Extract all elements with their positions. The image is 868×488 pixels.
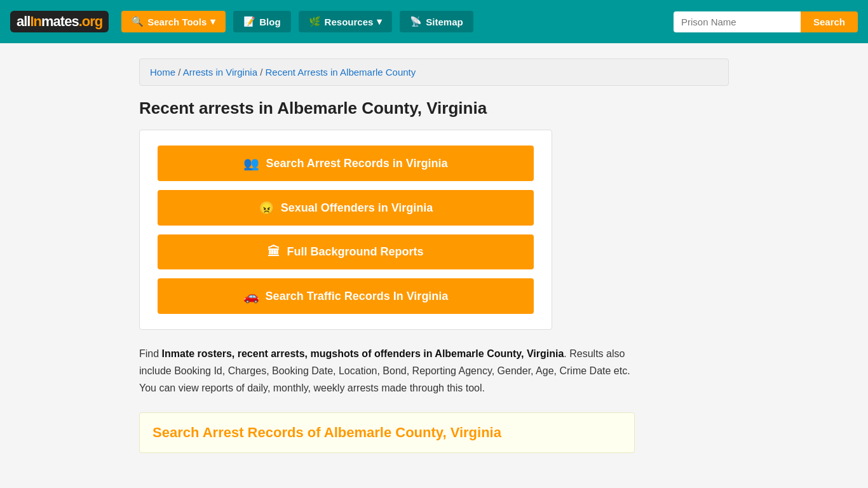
search-tools-label: Search Tools [147, 17, 207, 27]
search-tools-button[interactable]: 🔍 Search Tools ▾ [121, 11, 226, 32]
logo-in: In [30, 13, 41, 30]
resources-label: Resources [325, 17, 374, 27]
main-content: Home / Arrests in Virginia / Recent Arre… [129, 43, 739, 468]
background-reports-button[interactable]: 🏛 Full Background Reports [158, 234, 534, 269]
traffic-records-label: Search Traffic Records In Virginia [266, 290, 449, 303]
breadcrumb: Home / Arrests in Virginia / Recent Arre… [139, 58, 729, 86]
car-icon: 🚗 [243, 288, 259, 304]
breadcrumb-sep-1: / [178, 67, 183, 78]
sitemap-icon: 📡 [410, 16, 422, 27]
section-box-title: Search Arrest Records of Albemarle Count… [153, 424, 621, 441]
offender-icon: 😠 [259, 200, 275, 215]
breadcrumb-sep-2: / [260, 67, 265, 78]
resources-button[interactable]: 🌿 Resources ▾ [299, 11, 393, 32]
logo-all: all [17, 13, 30, 30]
navbar-search: Search [674, 11, 858, 32]
navbar-search-label: Search [813, 17, 845, 27]
prison-name-input[interactable] [674, 11, 801, 32]
button-panel: 👥 Search Arrest Records in Virginia 😠 Se… [139, 130, 552, 330]
background-reports-label: Full Background Reports [287, 245, 423, 259]
search-tools-icon: 🔍 [132, 16, 144, 27]
blog-label: Blog [259, 17, 280, 27]
people-icon: 👥 [243, 156, 259, 171]
logo-org: .org [79, 13, 103, 30]
breadcrumb-home[interactable]: Home [150, 67, 175, 78]
chevron-down-icon-2: ▾ [377, 16, 382, 27]
sitemap-label: Sitemap [426, 17, 463, 27]
section-box: Search Arrest Records of Albemarle Count… [139, 412, 635, 453]
blog-button[interactable]: 📝 Blog [233, 11, 290, 32]
logo[interactable]: allInmates.org [10, 11, 109, 32]
breadcrumb-arrests-va[interactable]: Arrests in Virginia [183, 67, 257, 78]
building-icon: 🏛 [268, 245, 280, 259]
traffic-records-button[interactable]: 🚗 Search Traffic Records In Virginia [158, 278, 534, 314]
description: Find Inmate rosters, recent arrests, mug… [139, 345, 635, 397]
search-arrests-label: Search Arrest Records in Virginia [266, 157, 447, 170]
page-title: Recent arrests in Albemarle County, Virg… [139, 98, 729, 118]
navbar: allInmates.org 🔍 Search Tools ▾ 📝 Blog 🌿… [0, 0, 868, 43]
description-prefix: Find [139, 348, 162, 359]
blog-icon: 📝 [243, 16, 255, 27]
description-bold: Inmate rosters, recent arrests, mugshots… [162, 348, 564, 359]
breadcrumb-current[interactable]: Recent Arrests in Albemarle County [266, 67, 416, 78]
sexual-offenders-button[interactable]: 😠 Sexual Offenders in Virginia [158, 190, 534, 226]
sexual-offenders-label: Sexual Offenders in Virginia [281, 201, 433, 215]
sitemap-button[interactable]: 📡 Sitemap [400, 11, 473, 32]
chevron-down-icon: ▾ [210, 16, 215, 27]
navbar-search-button[interactable]: Search [801, 11, 858, 32]
resources-icon: 🌿 [309, 16, 321, 27]
logo-mates: mates [41, 13, 79, 30]
search-arrests-button[interactable]: 👥 Search Arrest Records in Virginia [158, 146, 534, 181]
